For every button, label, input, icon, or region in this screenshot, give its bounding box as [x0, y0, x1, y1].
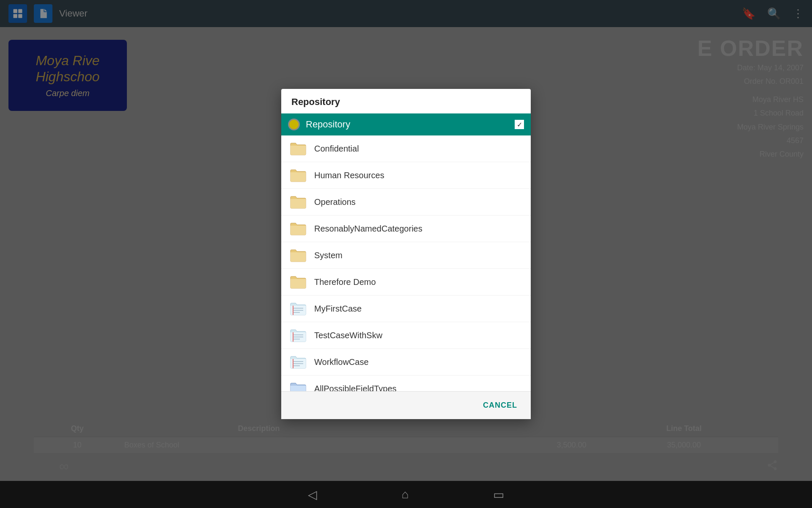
folder-icon	[290, 248, 307, 262]
item-label: MyFirstCase	[314, 304, 362, 314]
modal-list: Confidential Human Resources Operations	[281, 135, 531, 391]
list-item[interactable]: MyFirstCase	[281, 295, 531, 322]
repo-checkbox[interactable]: ✓	[515, 120, 524, 129]
folder-icon	[290, 141, 307, 156]
folder-icon	[290, 275, 307, 289]
list-item[interactable]: AllPossibleFieldTypes	[281, 375, 531, 391]
modal-footer: CANCEL	[281, 391, 531, 419]
cancel-button[interactable]: CANCEL	[478, 398, 522, 413]
repo-status-dot	[288, 119, 300, 130]
modal-title: Repository	[281, 89, 531, 113]
item-label: Operations	[314, 197, 356, 207]
list-item[interactable]: Therefore Demo	[281, 269, 531, 295]
list-item[interactable]: Human Resources	[281, 162, 531, 189]
item-label: AllPossibleFieldTypes	[314, 384, 397, 392]
item-label: TestCaseWithSkw	[314, 331, 382, 340]
folder-case-icon	[290, 301, 307, 316]
folder-case-icon	[290, 328, 307, 342]
item-label: ResonablyNamedCategories	[314, 224, 422, 234]
list-item[interactable]: WorkflowCase	[281, 349, 531, 375]
folder-icon	[290, 168, 307, 182]
list-item[interactable]: Operations	[281, 189, 531, 215]
item-label: Therefore Demo	[314, 277, 376, 287]
folder-blue-icon	[290, 381, 307, 391]
list-item[interactable]: TestCaseWithSkw	[281, 322, 531, 349]
list-item[interactable]: System	[281, 242, 531, 269]
item-label: System	[314, 251, 343, 260]
list-item[interactable]: Confidential	[281, 135, 531, 162]
list-item[interactable]: ResonablyNamedCategories	[281, 215, 531, 242]
repo-header-row[interactable]: Repository ✓	[281, 113, 531, 135]
item-label: WorkflowCase	[314, 357, 369, 367]
folder-case-icon	[290, 355, 307, 369]
folder-icon	[290, 195, 307, 209]
repository-modal: Repository Repository ✓ Confidential	[281, 89, 531, 419]
item-label: Confidential	[314, 144, 359, 154]
folder-icon	[290, 221, 307, 236]
item-label: Human Resources	[314, 171, 384, 180]
repo-header-label: Repository	[306, 119, 515, 130]
